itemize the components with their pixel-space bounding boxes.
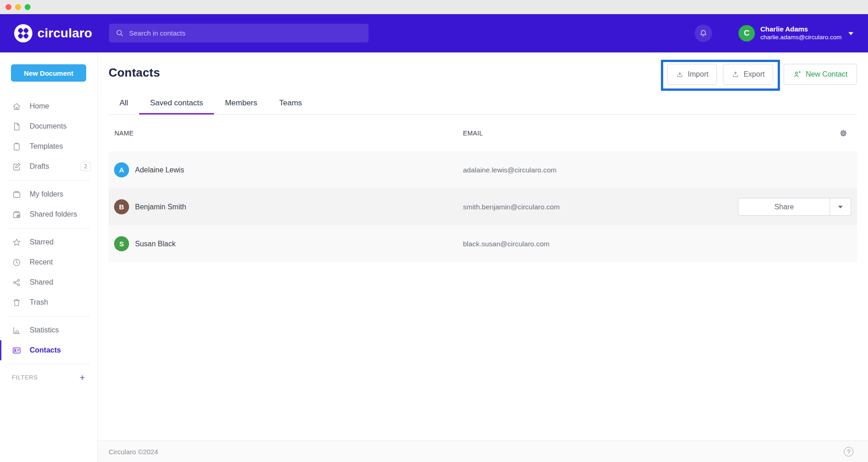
clock-icon: [12, 258, 21, 267]
shared-folder-icon: [12, 210, 21, 219]
copyright-text: Circularo ©2024: [109, 448, 158, 456]
contact-name: Benjamin Smith: [135, 203, 186, 211]
search-icon: [115, 29, 124, 37]
page-title: Contacts: [109, 66, 160, 80]
sidebar-item-home[interactable]: Home: [0, 96, 97, 116]
table-header: NAME EMAIL: [109, 115, 857, 151]
sidebar-item-drafts[interactable]: Drafts 2: [0, 156, 97, 176]
sidebar-item-templates[interactable]: Templates: [0, 136, 97, 156]
filters-section: FILTERS +: [0, 368, 97, 386]
sidebar-item-label: Recent: [30, 258, 53, 266]
user-email: charlie.adams@circularo.com: [760, 34, 842, 42]
sidebar-item-shared[interactable]: Shared: [0, 272, 97, 292]
sidebar-item-contacts[interactable]: Contacts: [0, 340, 97, 360]
window-title-bar: [0, 0, 868, 14]
table-row[interactable]: S Susan Black black.susan@circularo.com: [109, 225, 857, 262]
table-row[interactable]: A Adelaine Lewis adalaine.lewis@circular…: [109, 151, 857, 188]
import-icon: [676, 71, 684, 78]
column-header-email: EMAIL: [463, 130, 483, 137]
tab-teams[interactable]: Teams: [268, 93, 313, 114]
sidebar-item-shared-folders[interactable]: Shared folders: [0, 204, 97, 224]
sidebar-item-label: Home: [30, 102, 49, 110]
zoom-window-button[interactable]: [25, 4, 31, 10]
share-icon: [12, 278, 21, 287]
contact-name: Susan Black: [135, 240, 176, 248]
home-icon: [12, 102, 21, 111]
circularo-logo-icon: [14, 24, 32, 42]
tab-all[interactable]: All: [109, 93, 139, 114]
sidebar-item-label: Statistics: [30, 326, 59, 334]
contacts-icon: [12, 346, 21, 355]
search-input[interactable]: [129, 29, 362, 37]
footer: Circularo ©2024 ?: [98, 441, 868, 462]
minimize-window-button[interactable]: [15, 4, 21, 10]
bell-icon: [699, 29, 708, 38]
sidebar-divider: [7, 228, 90, 228]
close-window-button[interactable]: [5, 4, 11, 10]
share-dropdown-caret[interactable]: [830, 198, 851, 215]
user-menu-caret-icon[interactable]: [848, 31, 854, 36]
user-info: Charlie Adams charlie.adams@circularo.co…: [760, 25, 842, 42]
template-icon: [12, 142, 21, 151]
table-row[interactable]: B Benjamin Smith smith.benjamin@circular…: [109, 188, 857, 225]
header-right: C Charlie Adams charlie.adams@circularo.…: [695, 14, 854, 52]
sidebar-divider: [7, 364, 90, 364]
contact-email: adalaine.lewis@circularo.com: [463, 166, 556, 174]
header-actions: Import Export: [661, 60, 857, 91]
filters-label: FILTERS: [12, 374, 38, 381]
sidebar-divider: [7, 316, 90, 317]
drafts-count-badge: 2: [80, 162, 91, 171]
sidebar-item-statistics[interactable]: Statistics: [0, 320, 97, 340]
export-icon: [732, 71, 739, 78]
notifications-button[interactable]: [695, 25, 712, 42]
sidebar-item-label: Templates: [30, 142, 63, 151]
draft-icon: [12, 162, 21, 171]
sidebar-item-label: Starred: [30, 238, 53, 246]
sidebar-item-documents[interactable]: Documents: [0, 116, 97, 136]
share-button[interactable]: Share: [738, 198, 830, 215]
statistics-icon: [12, 326, 21, 335]
contact-email: smith.benjamin@circularo.com: [463, 203, 560, 211]
import-button[interactable]: Import: [667, 64, 717, 85]
document-icon: [12, 122, 21, 131]
sidebar-item-label: Drafts: [30, 162, 49, 171]
app-header: circularo C Charlie Adams charlie.adams@…: [0, 14, 868, 52]
sidebar-item-starred[interactable]: Starred: [0, 232, 97, 252]
new-contact-button[interactable]: New Contact: [784, 64, 857, 85]
content-spacer: [98, 262, 868, 441]
table-settings-gear-icon[interactable]: [839, 129, 847, 137]
help-icon[interactable]: ?: [844, 447, 853, 457]
main-content: Contacts Import: [98, 52, 868, 462]
sidebar-item-label: My folders: [30, 190, 63, 198]
new-document-button[interactable]: New Document: [11, 64, 86, 82]
contacts-tabs: All Saved contacts Members Teams: [109, 93, 857, 115]
export-button[interactable]: Export: [723, 64, 773, 85]
annotation-highlight-box: Import Export: [661, 60, 780, 91]
folder-icon: [12, 190, 21, 199]
tab-members[interactable]: Members: [214, 93, 268, 114]
add-filter-button[interactable]: +: [79, 373, 85, 382]
sidebar-item-label: Shared: [30, 278, 53, 286]
sidebar-divider: [7, 180, 90, 181]
sidebar-item-trash[interactable]: Trash: [0, 292, 97, 312]
search-box[interactable]: [109, 24, 369, 42]
sidebar-item-label: Trash: [30, 298, 48, 306]
brand-logo[interactable]: circularo: [14, 24, 92, 42]
new-contact-label: New Contact: [806, 70, 847, 78]
export-label: Export: [743, 70, 764, 78]
brand-name: circularo: [37, 26, 92, 41]
contacts-table: A Adelaine Lewis adalaine.lewis@circular…: [109, 151, 857, 262]
sidebar-item-label: Shared folders: [30, 210, 77, 218]
column-header-name: NAME: [109, 130, 134, 137]
contact-avatar: B: [114, 199, 129, 214]
contact-avatar: S: [114, 236, 129, 251]
sidebar-item-my-folders[interactable]: My folders: [0, 184, 97, 204]
sidebar-item-recent[interactable]: Recent: [0, 252, 97, 272]
user-avatar[interactable]: C: [738, 25, 755, 42]
tab-saved-contacts[interactable]: Saved contacts: [139, 93, 214, 114]
trash-icon: [12, 298, 21, 307]
sidebar-item-label: Documents: [30, 122, 67, 130]
import-label: Import: [688, 70, 708, 78]
person-plus-icon: [793, 70, 801, 78]
star-icon: [12, 238, 21, 247]
